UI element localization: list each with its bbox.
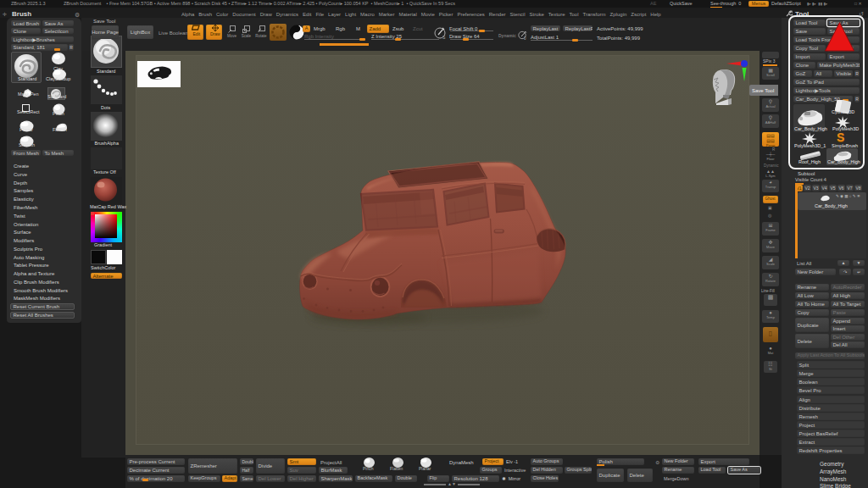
svg-text:0: 0	[524, 36, 526, 41]
svg-text:S: S	[442, 35, 446, 40]
